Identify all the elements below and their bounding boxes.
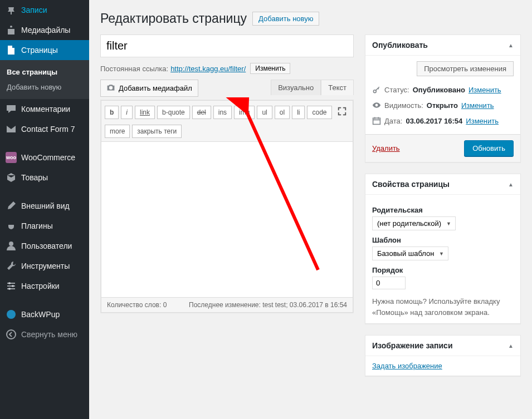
menu-label: Плагины bbox=[21, 221, 53, 230]
qt-li[interactable]: li bbox=[292, 106, 305, 119]
brush-icon bbox=[6, 200, 17, 211]
qt-more[interactable]: more bbox=[105, 125, 130, 138]
menu-label: Внешний вид bbox=[21, 201, 70, 210]
qt-i[interactable]: i bbox=[121, 106, 133, 119]
date-value: 03.06.2017 16:54 bbox=[406, 117, 462, 125]
page-attributes-header[interactable]: Свойства страницы ▲ bbox=[365, 174, 520, 195]
qt-img[interactable]: img bbox=[234, 106, 255, 119]
plugin-icon bbox=[6, 220, 17, 231]
status-edit-link[interactable]: Изменить bbox=[468, 86, 501, 94]
submenu-add-new[interactable]: Добавить новую bbox=[0, 80, 89, 95]
qt-b[interactable]: b bbox=[105, 106, 119, 119]
mail-icon bbox=[6, 124, 17, 135]
menu-media[interactable]: Медиафайлы bbox=[0, 20, 89, 40]
calendar-icon bbox=[372, 116, 381, 125]
user-icon bbox=[6, 240, 17, 252]
qt-ins[interactable]: ins bbox=[213, 106, 232, 119]
qt-bquote[interactable]: b-quote bbox=[157, 106, 190, 119]
menu-label: Contact Form 7 bbox=[21, 125, 75, 134]
menu-cf7[interactable]: Contact Form 7 bbox=[0, 119, 89, 139]
sidebar-column: Опубликовать ▲ Просмотреть изменения Ста… bbox=[365, 34, 521, 387]
svg-point-9 bbox=[7, 330, 16, 339]
menu-pages[interactable]: Страницы bbox=[0, 40, 89, 60]
visibility-edit-link[interactable]: Изменить bbox=[461, 101, 494, 110]
add-new-button[interactable]: Добавить новую bbox=[252, 12, 319, 26]
content-textarea[interactable] bbox=[101, 142, 353, 298]
status-value: Опубликовано bbox=[413, 86, 465, 94]
permalink-link[interactable]: http://test.kagg.eu/filter/ bbox=[170, 65, 246, 73]
qt-del[interactable]: del bbox=[192, 106, 211, 119]
featured-image-box: Изображение записи ▲ Задать изображение bbox=[365, 335, 521, 376]
menu-collapse[interactable]: Свернуть меню bbox=[0, 324, 89, 344]
qt-ol[interactable]: ol bbox=[275, 106, 290, 119]
menu-label: Страницы bbox=[21, 46, 58, 55]
page-attributes-title: Свойства страницы bbox=[372, 180, 450, 189]
submenu-pages: Все страницы Добавить новую bbox=[0, 60, 89, 99]
editor-column: Постоянная ссылка: http://test.kagg.eu/f… bbox=[100, 34, 354, 387]
order-input[interactable] bbox=[372, 277, 406, 289]
page-icon bbox=[6, 45, 17, 56]
menu-appearance[interactable]: Внешний вид bbox=[0, 196, 89, 216]
parent-select[interactable]: (нет родительской) bbox=[372, 216, 456, 230]
wrench-icon bbox=[6, 260, 17, 272]
menu-label: Записи bbox=[21, 6, 47, 14]
media-tabs-row: Добавить медиафайл Визуально Текст bbox=[100, 80, 354, 100]
featured-image-header[interactable]: Изображение записи ▲ bbox=[365, 336, 520, 356]
menu-backwpup[interactable]: BackWPup bbox=[0, 304, 89, 324]
publish-box-title: Опубликовать bbox=[372, 41, 428, 50]
svg-point-6 bbox=[12, 285, 14, 287]
set-featured-image-link[interactable]: Задать изображение bbox=[372, 362, 442, 370]
template-select[interactable]: Базовый шаблон bbox=[372, 247, 448, 260]
menu-comments[interactable]: Комментарии bbox=[0, 99, 89, 119]
qt-link[interactable]: link bbox=[135, 106, 155, 119]
product-icon bbox=[6, 172, 17, 183]
eye-icon bbox=[372, 101, 381, 110]
menu-products[interactable]: Товары bbox=[0, 167, 89, 188]
editor-status-bar: Количество слов: 0 Последнее изменение: … bbox=[101, 298, 353, 313]
fullscreen-icon[interactable] bbox=[335, 104, 349, 120]
tab-text[interactable]: Текст bbox=[321, 80, 354, 95]
qt-ul[interactable]: ul bbox=[257, 106, 272, 119]
toggle-icon: ▲ bbox=[508, 343, 514, 349]
menu-label: Свернуть меню bbox=[21, 330, 77, 339]
editor-tabs: Визуально Текст bbox=[271, 80, 354, 95]
add-media-button[interactable]: Добавить медиафайл bbox=[100, 80, 198, 97]
qt-close-tags[interactable]: закрыть теги bbox=[132, 125, 182, 138]
qt-code[interactable]: code bbox=[307, 106, 331, 119]
editor-wrapper: b i link b-quote del ins img ul ol li co… bbox=[100, 100, 354, 313]
submenu-all-pages[interactable]: Все страницы bbox=[0, 65, 89, 80]
menu-label: Комментарии bbox=[21, 105, 70, 114]
svg-rect-0 bbox=[11, 12, 12, 14]
post-title-input[interactable] bbox=[100, 34, 354, 57]
menu-label: Инструменты bbox=[21, 262, 70, 270]
menu-posts[interactable]: Записи bbox=[0, 0, 89, 20]
menu-woocommerce[interactable]: wooWooCommerce bbox=[0, 147, 89, 167]
backwpup-icon bbox=[6, 309, 17, 320]
update-button[interactable]: Обновить bbox=[464, 140, 514, 156]
menu-label: WooCommerce bbox=[21, 153, 75, 162]
publish-box-header[interactable]: Опубликовать ▲ bbox=[365, 35, 520, 56]
menu-tools[interactable]: Инструменты bbox=[0, 256, 89, 276]
menu-label: BackWPup bbox=[21, 310, 60, 319]
media-icon bbox=[6, 24, 17, 36]
publish-box: Опубликовать ▲ Просмотреть изменения Ста… bbox=[365, 34, 521, 162]
add-media-label: Добавить медиафайл bbox=[119, 84, 192, 92]
collapse-icon bbox=[6, 329, 17, 340]
menu-settings[interactable]: Настройки bbox=[0, 276, 89, 296]
order-label: Порядок bbox=[372, 266, 514, 274]
visibility-row: Видимость: Открыто Изменить bbox=[372, 97, 514, 113]
tab-visual[interactable]: Визуально bbox=[271, 80, 321, 95]
permalink-edit-button[interactable]: Изменить bbox=[250, 63, 290, 74]
svg-rect-12 bbox=[373, 118, 380, 124]
preview-button[interactable]: Просмотреть изменения bbox=[417, 61, 514, 76]
menu-label: Настройки bbox=[21, 282, 60, 290]
date-edit-link[interactable]: Изменить bbox=[466, 117, 499, 125]
menu-plugins[interactable]: Плагины bbox=[0, 216, 89, 236]
menu-users[interactable]: Пользователи bbox=[0, 236, 89, 256]
delete-link[interactable]: Удалить bbox=[372, 144, 400, 152]
last-edit: Последнее изменение: test test; 03.06.20… bbox=[189, 301, 347, 309]
svg-point-5 bbox=[8, 282, 11, 284]
major-actions: Удалить Обновить bbox=[365, 134, 520, 162]
permalink-row: Постоянная ссылка: http://test.kagg.eu/f… bbox=[100, 63, 354, 74]
svg-point-8 bbox=[7, 310, 16, 319]
